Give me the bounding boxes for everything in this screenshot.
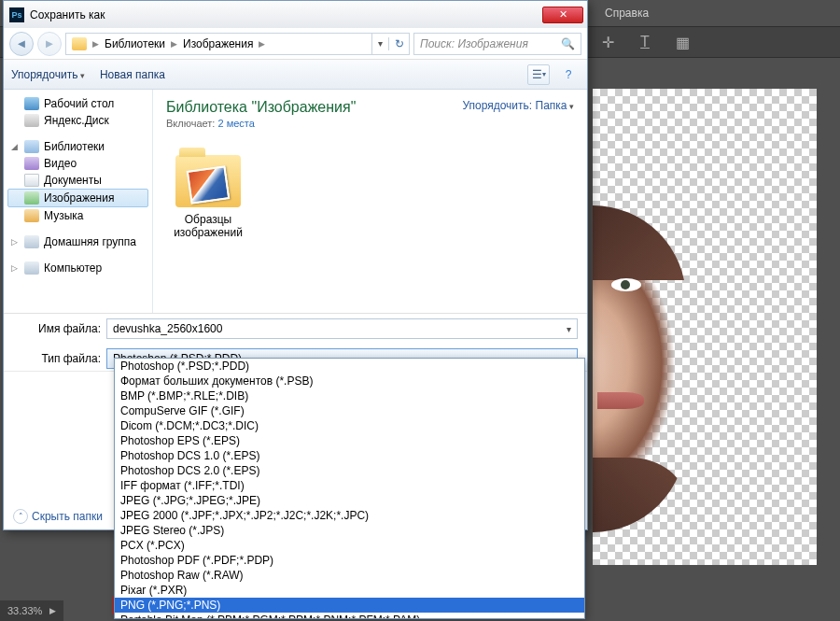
- folder-label: Образцы изображений: [166, 213, 250, 239]
- ps-document-canvas[interactable]: [593, 89, 817, 565]
- tree-libraries[interactable]: ◢Библиотеки: [4, 138, 152, 155]
- chevron-right-icon[interactable]: ▶: [92, 39, 99, 49]
- photoshop-icon: Ps: [9, 7, 24, 22]
- filename-label: Имя файла:: [13, 322, 101, 335]
- file-list-area[interactable]: Библиотека "Изображения" Включает: 2 мес…: [153, 90, 587, 313]
- dialog-toolbar: Упорядочить Новая папка ☰ ▾ ?: [4, 60, 587, 90]
- arrange-control[interactable]: Упорядочить: Папка: [462, 99, 574, 112]
- view-mode-button[interactable]: ☰ ▾: [527, 64, 550, 85]
- folder-icon: [175, 155, 241, 207]
- filetype-option[interactable]: IFF формат (*.IFF;*.TDI): [115, 478, 584, 493]
- portrait-image: [593, 205, 686, 532]
- filetype-option[interactable]: Формат больших документов (*.PSB): [115, 374, 584, 388]
- filetype-option[interactable]: Pixar (*.PXR): [115, 583, 584, 598]
- library-subtitle: Включает: 2 места: [166, 118, 356, 129]
- filetype-options-list[interactable]: Photoshop (*.PSD;*.PDD)Формат больших до…: [114, 358, 585, 619]
- filetype-option[interactable]: Photoshop Raw (*.RAW): [115, 568, 584, 583]
- expand-icon[interactable]: ▷: [11, 263, 20, 273]
- filetype-option[interactable]: Photoshop DCS 1.0 (*.EPS): [115, 448, 584, 463]
- search-icon: 🔍: [561, 37, 575, 50]
- filetype-option[interactable]: BMP (*.BMP;*.RLE;*.DIB): [115, 388, 584, 403]
- filetype-option[interactable]: JPEG 2000 (*.JPF;*.JPX;*.JP2;*.J2C;*.J2K…: [115, 508, 584, 523]
- ps-status-bar: 33.33% ▶: [0, 600, 63, 621]
- breadcrumb[interactable]: ▶ Библиотеки ▶ Изображения ▶ ▾ ↻: [65, 33, 410, 55]
- filetype-option[interactable]: Photoshop (*.PSD;*.PDD): [115, 359, 584, 374]
- chevron-up-icon: ˄: [13, 509, 28, 524]
- breadcrumb-dropdown[interactable]: ▾: [371, 34, 388, 54]
- menu-help[interactable]: Справка: [605, 7, 649, 20]
- search-placeholder: Поиск: Изображения: [420, 37, 528, 50]
- filetype-option[interactable]: JPEG Stereo (*.JPS): [115, 523, 584, 538]
- tree-homegroup[interactable]: ▷Домашняя группа: [4, 233, 152, 250]
- dialog-body: Рабочий стол Яндекс.Диск ◢Библиотеки Вид…: [4, 90, 587, 314]
- tree-computer[interactable]: ▷Компьютер: [4, 260, 152, 276]
- tool-cursor-icon[interactable]: ✛: [597, 32, 618, 52]
- tree-images[interactable]: Изображения: [7, 189, 148, 207]
- save-as-dialog: Ps Сохранить как ✕ ◄ ► ▶ Библиотеки ▶ Из…: [3, 0, 588, 530]
- chevron-down-icon[interactable]: ▾: [567, 324, 571, 334]
- tree-video[interactable]: Видео: [4, 155, 152, 172]
- folder-sample-images[interactable]: Образцы изображений: [166, 155, 250, 239]
- organize-button[interactable]: Упорядочить: [11, 68, 85, 81]
- tree-yandex-disk[interactable]: Яндекс.Диск: [4, 112, 152, 129]
- tree-music[interactable]: Музыка: [4, 207, 152, 224]
- dialog-titlebar[interactable]: Ps Сохранить как ✕: [4, 1, 587, 28]
- tool-panel-icon[interactable]: ▦: [672, 32, 693, 52]
- filetype-label: Тип файла:: [13, 352, 101, 365]
- filetype-option[interactable]: Portable Bit Map (*.PBM;*.PGM;*.PPM;*.PN…: [115, 613, 584, 619]
- filetype-option[interactable]: Photoshop PDF (*.PDF;*.PDP): [115, 553, 584, 568]
- dialog-title: Сохранить как: [30, 8, 105, 21]
- filetype-option[interactable]: PNG (*.PNG;*.PNS): [115, 598, 584, 613]
- expand-icon[interactable]: ▷: [11, 237, 20, 247]
- tool-text-icon[interactable]: T: [635, 32, 655, 52]
- filetype-option[interactable]: Photoshop EPS (*.EPS): [115, 433, 584, 448]
- filetype-option[interactable]: Photoshop DCS 2.0 (*.EPS): [115, 463, 584, 478]
- search-input[interactable]: Поиск: Изображения 🔍: [413, 33, 581, 55]
- library-icon: [72, 37, 87, 50]
- chevron-right-icon[interactable]: ▶: [259, 39, 265, 49]
- zoom-chevron-icon[interactable]: ▶: [49, 606, 56, 615]
- locations-link[interactable]: 2 места: [217, 118, 254, 129]
- collapse-icon[interactable]: ◢: [11, 142, 20, 151]
- nav-row: ◄ ► ▶ Библиотеки ▶ Изображения ▶ ▾ ↻ Пои…: [4, 28, 587, 60]
- arrange-dropdown[interactable]: Папка: [536, 99, 575, 112]
- tree-documents[interactable]: Документы: [4, 172, 152, 189]
- new-folder-button[interactable]: Новая папка: [100, 68, 165, 81]
- filetype-option[interactable]: Dicom (*.DCM;*.DC3;*.DIC): [115, 418, 584, 433]
- back-button[interactable]: ◄: [9, 32, 34, 56]
- zoom-level[interactable]: 33.33%: [7, 605, 42, 616]
- filetype-option[interactable]: CompuServe GIF (*.GIF): [115, 403, 584, 418]
- filetype-option[interactable]: JPEG (*.JPG;*.JPEG;*.JPE): [115, 493, 584, 508]
- hide-folders-button[interactable]: ˄ Скрыть папки: [13, 509, 103, 524]
- filename-row: Имя файла: devushka_2560x1600▾: [4, 314, 587, 344]
- forward-button[interactable]: ►: [37, 32, 62, 56]
- tree-desktop[interactable]: Рабочий стол: [4, 95, 152, 112]
- chevron-right-icon[interactable]: ▶: [171, 39, 177, 49]
- refresh-button[interactable]: ↻: [388, 37, 409, 50]
- filetype-option[interactable]: PCX (*.PCX): [115, 538, 584, 553]
- filename-input[interactable]: devushka_2560x1600▾: [106, 318, 578, 339]
- help-button[interactable]: ?: [557, 64, 580, 85]
- library-title: Библиотека "Изображения": [166, 99, 356, 116]
- breadcrumb-images[interactable]: Изображения: [177, 34, 259, 54]
- breadcrumb-libraries[interactable]: Библиотеки: [99, 34, 171, 54]
- nav-tree[interactable]: Рабочий стол Яндекс.Диск ◢Библиотеки Вид…: [4, 90, 153, 313]
- close-button[interactable]: ✕: [542, 7, 583, 23]
